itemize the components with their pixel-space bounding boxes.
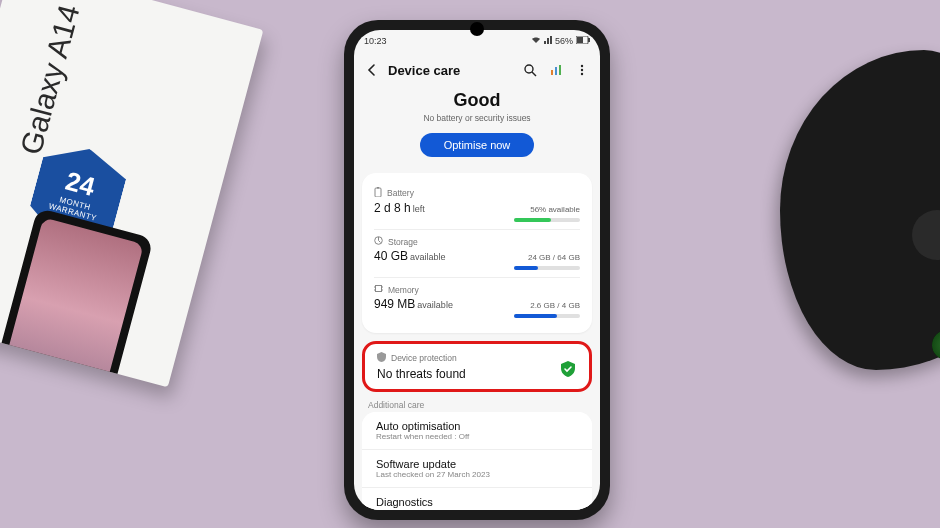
app-bar: Device care [354, 52, 600, 88]
optimise-button[interactable]: Optimise now [420, 133, 535, 157]
back-button[interactable] [362, 60, 382, 80]
controller-stick [912, 210, 940, 260]
battery-stat-icon [374, 187, 382, 199]
device-protection-row[interactable]: Device protection No threats found [362, 341, 592, 392]
game-controller [780, 50, 940, 370]
additional-list: Auto optimisation Restart when needed : … [362, 412, 592, 510]
wifi-icon [531, 36, 541, 46]
svg-rect-7 [559, 65, 561, 75]
device-status-sub: No battery or security issues [354, 113, 600, 123]
camera-notch [470, 22, 484, 36]
memory-bar-fill [514, 314, 557, 318]
storage-stat-icon [374, 236, 383, 247]
phone-frame: 10:23 56% Device care [344, 20, 610, 520]
storage-right-text: 24 GB / 64 GB [514, 253, 580, 262]
auto-opt-title: Auto optimisation [376, 420, 578, 432]
svg-rect-1 [577, 37, 583, 43]
memory-right-text: 2.6 GB / 4 GB [514, 301, 580, 310]
battery-bar-fill [514, 218, 551, 222]
diagnostics-row[interactable]: Diagnostics [362, 488, 592, 510]
controller-button-a [932, 330, 940, 360]
product-box: Galaxy A14 24 MONTH WARRANTY FOR AFRICA [0, 0, 263, 387]
protection-label: Device protection [391, 353, 457, 363]
memory-unit: available [417, 300, 453, 310]
svg-rect-11 [375, 188, 381, 197]
battery-icon [576, 36, 590, 46]
svg-point-8 [581, 65, 583, 67]
svg-point-9 [581, 69, 583, 71]
battery-label: Battery [387, 188, 414, 198]
hero-section: Good No battery or security issues Optim… [354, 88, 600, 165]
search-button[interactable] [520, 60, 540, 80]
signal-icon [544, 36, 552, 46]
phone-screen: 10:23 56% Device care [354, 30, 600, 510]
shield-icon [377, 352, 386, 364]
status-time: 10:23 [364, 36, 387, 46]
auto-opt-sub: Restart when needed : Off [376, 432, 578, 441]
protection-status: No threats found [377, 367, 577, 381]
shield-ok-icon [561, 361, 575, 379]
svg-point-3 [525, 65, 533, 73]
storage-row[interactable]: Storage 40 GBavailable 24 GB / 64 GB [374, 230, 580, 278]
device-status: Good [354, 90, 600, 111]
auto-optimisation-row[interactable]: Auto optimisation Restart when needed : … [362, 412, 592, 450]
memory-label: Memory [388, 285, 419, 295]
battery-unit: left [413, 204, 425, 214]
storage-value: 40 GB [374, 249, 408, 263]
storage-unit: available [410, 252, 446, 262]
battery-value: 2 d 8 h [374, 201, 411, 215]
status-right: 56% [531, 36, 590, 46]
svg-rect-12 [377, 187, 379, 189]
storage-label: Storage [388, 237, 418, 247]
status-battery-text: 56% [555, 36, 573, 46]
storage-bar-fill [514, 266, 538, 270]
more-button[interactable] [572, 60, 592, 80]
svg-rect-14 [376, 286, 382, 292]
box-phone-render [0, 208, 154, 388]
product-name: Galaxy A14 [14, 1, 87, 158]
battery-bar [514, 218, 580, 222]
memory-stat-icon [374, 284, 383, 295]
svg-rect-5 [551, 70, 553, 75]
svg-rect-2 [588, 38, 590, 42]
svg-line-4 [532, 72, 536, 76]
page-title: Device care [388, 63, 514, 78]
chart-icon[interactable] [546, 60, 566, 80]
memory-row[interactable]: Memory 949 MBavailable 2.6 GB / 4 GB [374, 278, 580, 325]
svg-rect-6 [555, 67, 557, 75]
software-update-row[interactable]: Software update Last checked on 27 March… [362, 450, 592, 488]
svg-point-10 [581, 73, 583, 75]
storage-bar [514, 266, 580, 270]
sw-update-title: Software update [376, 458, 578, 470]
diagnostics-title: Diagnostics [376, 496, 578, 508]
memory-bar [514, 314, 580, 318]
battery-right-text: 56% available [514, 205, 580, 214]
stats-card: Battery 2 d 8 hleft 56% available Storag… [362, 173, 592, 333]
battery-row[interactable]: Battery 2 d 8 hleft 56% available [374, 181, 580, 230]
sw-update-sub: Last checked on 27 March 2023 [376, 470, 578, 479]
memory-value: 949 MB [374, 297, 415, 311]
additional-care-heading: Additional care [368, 400, 586, 410]
